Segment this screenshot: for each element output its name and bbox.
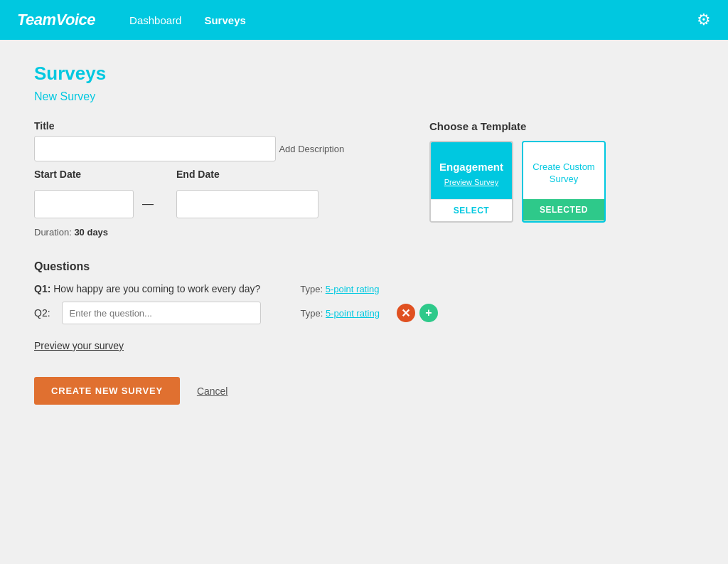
question-row-1: Q1: How happy are you coming to work eve… bbox=[34, 283, 606, 294]
nav-dashboard[interactable]: Dashboard bbox=[129, 14, 181, 26]
preview-survey-link[interactable]: Preview your survey bbox=[34, 340, 124, 351]
q1-type-link[interactable]: 5-point rating bbox=[326, 284, 380, 294]
q1-text: How happy are you coming to work every d… bbox=[53, 283, 260, 294]
template-card-engagement[interactable]: Engagement Preview Survey SELECT bbox=[429, 141, 513, 223]
template-card-custom[interactable]: Create Custom Survey SELECTED bbox=[522, 141, 606, 223]
q2-input[interactable] bbox=[62, 302, 261, 324]
q2-num: Q2: bbox=[34, 307, 50, 319]
question-row-2: Q2: Type: 5-point rating ✕ + bbox=[34, 302, 606, 324]
app-logo: TeamVoice bbox=[17, 11, 95, 29]
page-title: Surveys bbox=[34, 63, 606, 85]
start-date-label: Start Date bbox=[34, 169, 154, 180]
end-date-input[interactable] bbox=[176, 190, 318, 218]
end-date-label: End Date bbox=[176, 169, 318, 180]
start-date-group: Start Date — bbox=[34, 169, 154, 218]
template-cards: Engagement Preview Survey SELECT Create … bbox=[429, 141, 606, 223]
q2-type-link[interactable]: 5-point rating bbox=[326, 308, 380, 319]
question-actions: ✕ + bbox=[397, 304, 438, 322]
date-separator: — bbox=[142, 198, 154, 211]
duration-text: Duration: 30 days bbox=[34, 227, 373, 238]
form-layout: Title Add Description Start Date — End D… bbox=[34, 120, 606, 238]
date-row: — bbox=[34, 190, 154, 218]
cancel-link[interactable]: Cancel bbox=[197, 385, 228, 397]
custom-card-body: Create Custom Survey bbox=[523, 142, 604, 199]
engagement-preview-link[interactable]: Preview Survey bbox=[444, 178, 498, 186]
title-input[interactable] bbox=[34, 136, 276, 161]
questions-section: Questions Q1: How happy are you coming t… bbox=[34, 260, 606, 371]
form-left: Title Add Description Start Date — End D… bbox=[34, 120, 373, 238]
section-subtitle: New Survey bbox=[34, 90, 606, 103]
engagement-select-btn[interactable]: SELECT bbox=[431, 199, 512, 221]
main-nav: Dashboard Surveys bbox=[129, 14, 697, 26]
custom-title: Create Custom Survey bbox=[529, 161, 599, 186]
questions-title: Questions bbox=[34, 260, 606, 273]
add-description-link[interactable]: Add Description bbox=[279, 144, 344, 154]
remove-question-button[interactable]: ✕ bbox=[397, 304, 415, 322]
end-date-group: End Date bbox=[176, 169, 318, 218]
title-label: Title bbox=[34, 120, 373, 132]
start-date-input[interactable] bbox=[34, 190, 134, 218]
app-header: TeamVoice Dashboard Surveys ⚙ bbox=[0, 0, 728, 40]
create-survey-button[interactable]: CREATE NEW SURVEY bbox=[34, 377, 180, 405]
bottom-actions: CREATE NEW SURVEY Cancel bbox=[34, 377, 606, 405]
duration-value: 30 days bbox=[74, 227, 108, 238]
nav-surveys[interactable]: Surveys bbox=[204, 14, 245, 26]
page-content: Surveys New Survey Title Add Description… bbox=[0, 40, 640, 427]
q2-type-label: Type: 5-point rating bbox=[301, 308, 380, 319]
settings-icon[interactable]: ⚙ bbox=[697, 11, 711, 29]
template-chooser: Choose a Template Engagement Preview Sur… bbox=[429, 120, 606, 223]
engagement-title: Engagement bbox=[439, 161, 503, 174]
q1-type-label: Type: 5-point rating bbox=[300, 284, 379, 294]
end-date-row bbox=[176, 190, 318, 218]
add-question-button[interactable]: + bbox=[419, 304, 438, 322]
dates-row: Start Date — End Date bbox=[34, 169, 373, 218]
template-label: Choose a Template bbox=[429, 120, 606, 132]
custom-selected-btn[interactable]: SELECTED bbox=[523, 199, 604, 220]
engagement-card-body: Engagement Preview Survey bbox=[431, 142, 512, 199]
q1-label: Q1: How happy are you coming to work eve… bbox=[34, 283, 260, 294]
